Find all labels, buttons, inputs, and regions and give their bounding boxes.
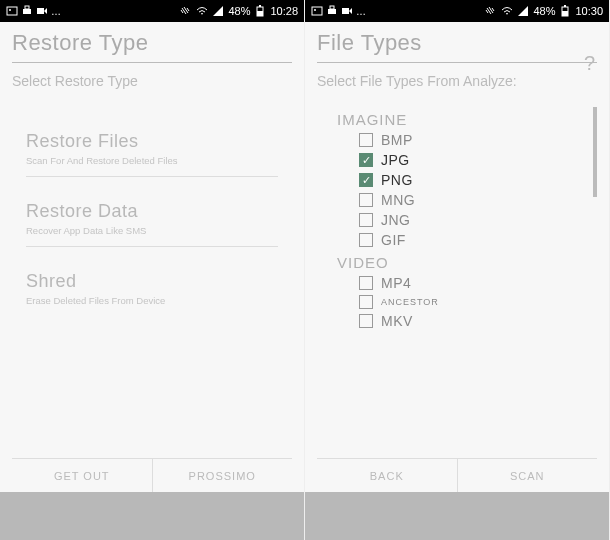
group-video: VIDEO (337, 254, 589, 271)
vibrate-icon (485, 5, 497, 17)
filetype-label: PNG (381, 172, 413, 188)
svg-rect-0 (7, 7, 17, 15)
filetype-label: BMP (381, 132, 413, 148)
page-title: File Types (317, 30, 597, 63)
vibrate-icon (180, 5, 192, 17)
page-subtitle: Select File Types From Analyze: (317, 73, 597, 89)
option-title: Shred (26, 271, 278, 292)
statusbar: … 48% 10:28 (0, 0, 304, 22)
filetype-jpg[interactable]: JPG (337, 150, 589, 170)
svg-rect-7 (259, 5, 261, 7)
filetype-bmp[interactable]: BMP (337, 130, 589, 150)
wifi-icon (196, 5, 208, 17)
gallery-icon (311, 5, 323, 17)
battery-icon (254, 5, 266, 17)
option-sub: Scan For And Restore Deleted Files (26, 155, 278, 166)
help-icon[interactable]: ? (584, 52, 595, 75)
checkbox[interactable] (359, 133, 373, 147)
filetype-label: GIF (381, 232, 406, 248)
svg-rect-2 (23, 9, 31, 14)
svg-rect-14 (562, 11, 568, 16)
phone-left: … 48% 10:28 Restore Type Select Restore … (0, 0, 305, 540)
group-imagine: IMAGINE (337, 111, 589, 128)
filetype-label: JPG (381, 152, 410, 168)
svg-rect-8 (312, 7, 322, 15)
filetype-label: MP4 (381, 275, 411, 291)
filetype-label: JNG (381, 212, 411, 228)
filetype-mng[interactable]: MNG (337, 190, 589, 210)
filetype-list: IMAGINE BMP JPG PNG MNG JNG GIF VIDEO MP… (337, 107, 589, 331)
more-indicator: … (51, 6, 61, 17)
nav-bar-placeholder (0, 492, 304, 540)
print-icon (326, 5, 338, 17)
svg-rect-3 (25, 6, 29, 9)
filetype-ancestor[interactable]: ANCESTOR (337, 293, 589, 311)
filetype-png[interactable]: PNG (337, 170, 589, 190)
svg-rect-6 (257, 11, 263, 16)
filetype-gif[interactable]: GIF (337, 230, 589, 250)
footer-nav: BACK SCAN (317, 458, 597, 492)
filetype-jng[interactable]: JNG (337, 210, 589, 230)
checkbox[interactable] (359, 173, 373, 187)
svg-rect-15 (564, 5, 566, 7)
option-restore-files[interactable]: Restore Files Scan For And Restore Delet… (26, 131, 278, 177)
option-restore-data[interactable]: Restore Data Recover App Data Like SMS (26, 201, 278, 247)
option-sub: Erase Deleted Files From Device (26, 295, 278, 306)
wifi-icon (501, 5, 513, 17)
signal-icon (517, 5, 529, 17)
checkbox[interactable] (359, 153, 373, 167)
checkbox[interactable] (359, 295, 373, 309)
phone-right: … 48% 10:30 ? File Types Select File Typ… (305, 0, 610, 540)
option-title: Restore Files (26, 131, 278, 152)
filetype-mp4[interactable]: MP4 (337, 273, 589, 293)
checkbox[interactable] (359, 314, 373, 328)
print-icon (21, 5, 33, 17)
checkbox[interactable] (359, 233, 373, 247)
checkbox[interactable] (359, 213, 373, 227)
battery-icon (559, 5, 571, 17)
signal-icon (212, 5, 224, 17)
statusbar: … 48% 10:30 (305, 0, 609, 22)
video-icon (341, 5, 353, 17)
checkbox[interactable] (359, 193, 373, 207)
battery-percent: 48% (533, 5, 555, 17)
gallery-icon (6, 5, 18, 17)
video-icon (36, 5, 48, 17)
clock: 10:28 (270, 5, 298, 17)
clock: 10:30 (575, 5, 603, 17)
scan-button[interactable]: SCAN (457, 459, 598, 492)
footer-nav: GET OUT PROSSIMO (12, 458, 292, 492)
scrollbar[interactable] (593, 107, 597, 331)
back-button[interactable]: GET OUT (12, 459, 152, 492)
option-sub: Recover App Data Like SMS (26, 225, 278, 236)
battery-percent: 48% (228, 5, 250, 17)
svg-rect-10 (328, 9, 336, 14)
more-indicator: … (356, 6, 366, 17)
checkbox[interactable] (359, 276, 373, 290)
svg-rect-11 (330, 6, 334, 9)
option-title: Restore Data (26, 201, 278, 222)
next-button[interactable]: PROSSIMO (152, 459, 293, 492)
option-shred[interactable]: Shred Erase Deleted Files From Device (26, 271, 278, 316)
filetype-label: MNG (381, 192, 415, 208)
page-title: Restore Type (12, 30, 292, 63)
svg-rect-4 (37, 8, 44, 14)
back-button[interactable]: BACK (317, 459, 457, 492)
filetype-label: MKV (381, 313, 413, 329)
svg-point-1 (9, 9, 11, 11)
page-subtitle: Select Restore Type (12, 73, 292, 89)
filetype-mkv[interactable]: MKV (337, 311, 589, 331)
svg-rect-12 (342, 8, 349, 14)
filetype-label: ANCESTOR (381, 297, 439, 307)
svg-point-9 (314, 9, 316, 11)
nav-bar-placeholder (305, 492, 609, 540)
